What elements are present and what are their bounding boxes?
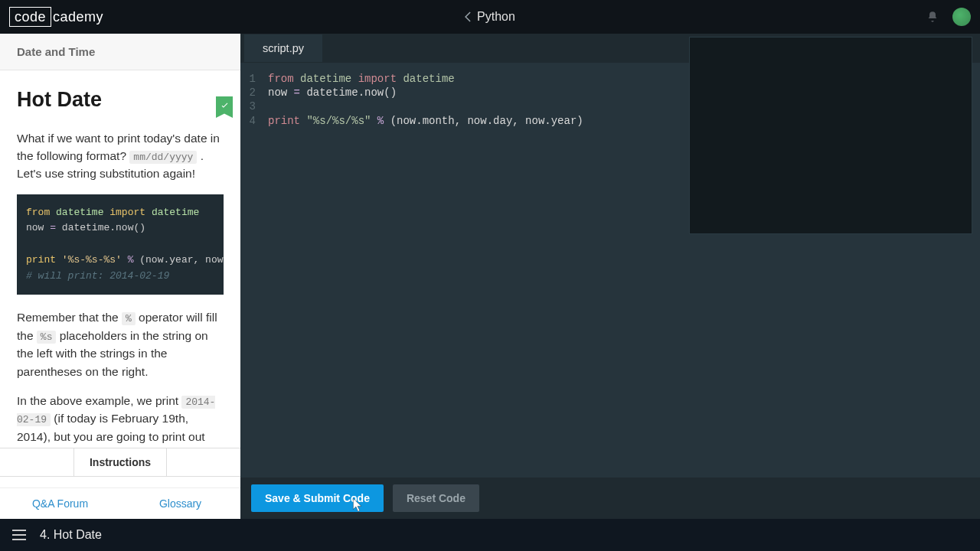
inline-code: %s bbox=[37, 331, 57, 344]
avatar[interactable] bbox=[952, 8, 971, 26]
para-2: Remember that the % operator will fill t… bbox=[17, 308, 224, 380]
course-title: Python bbox=[477, 10, 515, 24]
bottom-bar: 4. Hot Date bbox=[0, 519, 980, 551]
logo-boxed: code bbox=[9, 7, 51, 27]
instructions-tab-row: Instructions bbox=[0, 448, 240, 477]
submit-button[interactable]: Save & Submit Code bbox=[251, 484, 384, 512]
instructions-content: Print the current date in the form of bbox=[0, 477, 240, 487]
inline-code: % bbox=[122, 312, 136, 325]
menu-icon[interactable] bbox=[12, 530, 26, 540]
lesson-sidebar: Date and Time Hot Date What if we want t… bbox=[0, 34, 240, 519]
para-1: What if we want to print today's date in… bbox=[17, 129, 224, 183]
header-right bbox=[926, 8, 971, 26]
course-title-wrap[interactable]: Python bbox=[465, 10, 515, 24]
para-3: In the above example, we print 2014-02-1… bbox=[17, 392, 224, 448]
main-area: Date and Time Hot Date What if we want t… bbox=[0, 34, 980, 519]
logo-rest: cademy bbox=[53, 9, 103, 24]
logo[interactable]: codecademy bbox=[9, 9, 103, 25]
app-header: codecademy Python bbox=[0, 0, 980, 34]
reset-button[interactable]: Reset Code bbox=[393, 484, 479, 512]
file-tab[interactable]: script.py bbox=[244, 34, 322, 62]
bell-icon[interactable] bbox=[926, 11, 939, 23]
workspace: 1 from datetime import datetime 2 now = … bbox=[240, 63, 980, 478]
instructions-tab[interactable]: Instructions bbox=[74, 448, 167, 476]
chevron-left-icon bbox=[465, 11, 471, 22]
section-header: Date and Time bbox=[0, 34, 240, 70]
lesson-title: Hot Date bbox=[17, 84, 224, 116]
code-example: from datetime import datetime now = date… bbox=[17, 194, 224, 295]
lesson-content: Hot Date What if we want to print today'… bbox=[0, 70, 240, 448]
lesson-indicator[interactable]: 4. Hot Date bbox=[40, 528, 102, 542]
right-panel: script.py 1 from datetime import datetim… bbox=[240, 34, 980, 519]
output-panel bbox=[689, 37, 972, 234]
inline-code: mm/dd/yyyy bbox=[129, 151, 197, 164]
sidebar-footer: Q&A Forum Glossary bbox=[0, 487, 240, 519]
editor-controls: Save & Submit Code Reset Code bbox=[240, 478, 980, 519]
glossary-link[interactable]: Glossary bbox=[120, 488, 240, 519]
qa-forum-link[interactable]: Q&A Forum bbox=[0, 488, 120, 519]
